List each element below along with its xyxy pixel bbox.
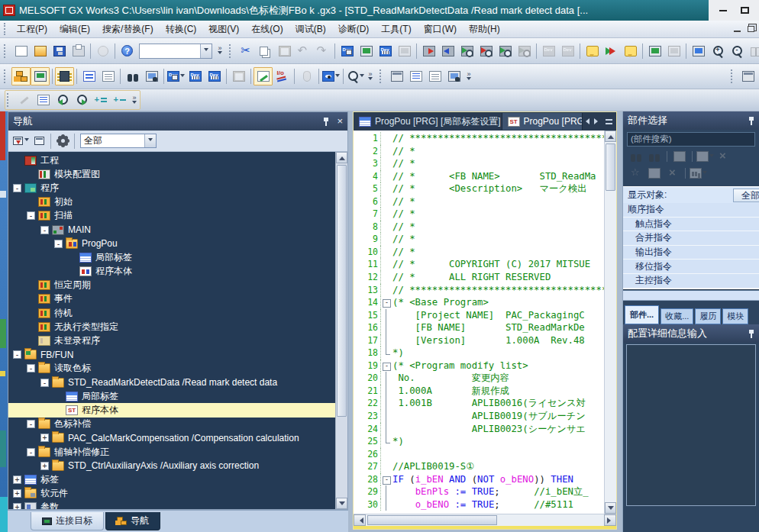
parts-category[interactable]: 触点指令 [623,218,759,232]
tab-parts[interactable]: 部件... [625,305,659,324]
parts-category[interactable]: 顺序指令 [623,203,759,218]
tree-item[interactable]: -读取色标 [8,362,347,376]
recent-history-button[interactable] [93,42,112,60]
tree-item[interactable]: 恒定周期 [8,279,347,292]
parts-category[interactable]: 合并指令 [623,231,759,246]
minimize-icon[interactable] [715,4,732,17]
zoom-in-button[interactable] [708,42,727,60]
quick-search-combobox[interactable] [139,44,212,59]
io-assignment-button[interactable] [273,67,292,85]
tree-item[interactable]: -MAIN [8,223,347,237]
cross-reference-button[interactable] [142,67,161,85]
docking-window2-button[interactable] [738,67,757,85]
tree-item[interactable]: +标签 [8,472,347,486]
menu-item[interactable]: 工程(P) [11,21,53,37]
fold-marker-icon[interactable] [381,473,391,486]
nav-filter-select[interactable]: 全部 [80,134,157,148]
watch-scope-button[interactable] [346,67,365,85]
run-mode-change-button[interactable] [602,42,621,60]
collapse-icon[interactable]: - [27,420,35,428]
label-editor-button[interactable] [99,67,118,85]
collapse-icon[interactable]: - [27,211,35,220]
tree-item[interactable]: +STD_CtrlAuxiliaryAxis /Auxiliary axis c… [8,459,347,472]
favorite-folder-button[interactable] [646,166,663,181]
collapse-icon[interactable]: - [40,379,49,387]
parts-category[interactable]: 移位指令 [623,260,759,274]
expand-icon[interactable]: + [13,489,21,498]
program-editor-button[interactable] [79,67,99,85]
element-selection-window-button[interactable] [31,67,50,85]
toolbar-overflow-icon[interactable]: » [463,68,474,85]
menu-item[interactable]: 诊断(D) [332,21,376,37]
find-next-button[interactable] [72,91,91,109]
find-previous-button[interactable] [53,91,72,109]
undo-button[interactable] [294,42,313,60]
device-read-gray-button[interactable] [558,42,577,60]
comment-display-gray-button[interactable] [229,67,248,85]
tab-progpou-labels[interactable]: ProgPou [PRG] [局部标签设置] × [354,113,502,130]
st-code-editor[interactable]: 1// ************************************… [354,131,604,514]
save-project-button[interactable] [50,42,69,60]
device-comment-button[interactable] [166,67,186,85]
tree-item[interactable]: 未登录程序 [8,334,347,347]
tab-history[interactable]: 履历 [695,308,721,324]
convert-gray-button[interactable] [15,91,34,109]
collapse-icon[interactable]: - [54,240,63,248]
print-button[interactable] [69,42,88,60]
favorite-delete-button[interactable] [664,166,681,181]
tree-item[interactable]: +软元件 [8,487,347,501]
toolbar-overflow-icon[interactable]: » [215,43,225,60]
monitor-stop-button[interactable] [664,42,683,60]
parts-category[interactable]: 主控指令 [623,274,759,289]
nav-scrollbar-thumb[interactable] [337,165,347,417]
parts-find-button[interactable] [628,149,644,164]
maximize-icon[interactable] [736,4,753,17]
collapse-icon[interactable]: - [27,448,35,456]
vscroll-down-icon[interactable] [605,502,616,514]
expand-icon[interactable]: + [40,434,49,442]
read-from-plc-button[interactable] [438,42,457,60]
tree-item[interactable]: -FB/FUN [8,348,347,362]
window-user-button[interactable] [444,67,463,85]
tree-item[interactable]: 初始 [8,195,347,209]
device-display-button[interactable] [321,67,341,85]
comment-edit-button[interactable] [583,42,602,60]
tree-item[interactable]: 局部标签 [8,389,347,403]
menu-item[interactable]: 工具(T) [375,21,417,37]
split-window-button[interactable] [746,42,759,60]
tab-list-icon[interactable] [606,119,612,124]
parts-search-input[interactable]: (部件搜索) [627,132,755,147]
write-to-plc-button[interactable] [419,42,438,60]
mdi-restore-icon[interactable] [748,26,754,32]
fold-marker-icon[interactable] [381,360,391,372]
parts-find-next-button[interactable] [646,149,663,164]
menu-item[interactable]: 编辑(E) [53,21,96,37]
toolbar-overflow-icon[interactable]: » [129,92,140,108]
pin-icon[interactable] [323,117,329,126]
menu-item[interactable]: 转换(C) [160,21,203,37]
favorite-add-button[interactable] [628,166,644,181]
fold-marker-icon[interactable] [381,296,391,309]
tab-scroll-right-icon[interactable] [594,118,601,124]
insert-declaration-button[interactable] [110,91,129,109]
parts-register-button[interactable] [671,149,688,164]
help-button[interactable] [118,42,137,60]
tab-connection-destination[interactable]: 连接目标 [31,512,104,530]
tree-item[interactable]: +参数 [8,501,347,509]
paste-button[interactable] [275,42,294,60]
monitor-write-mode-button[interactable] [689,42,708,60]
statement-edit-button[interactable] [621,42,640,60]
tab-favorites[interactable]: 收藏... [660,308,693,324]
collapse-icon[interactable]: - [40,226,49,234]
window-list-button[interactable] [425,67,444,85]
navigation-window-button[interactable] [11,67,31,85]
edit-mode-button[interactable] [254,67,273,85]
nav-scrollbar[interactable] [335,152,347,509]
chevron-down-icon[interactable] [144,134,156,147]
tree-item[interactable]: -程序 [8,181,347,195]
vscroll-thumb[interactable] [606,143,615,191]
copy-button[interactable] [256,42,275,60]
pin-icon[interactable] [748,116,754,125]
tree-item[interactable]: 待机 [8,306,347,320]
monitor-start-button[interactable] [645,42,664,60]
